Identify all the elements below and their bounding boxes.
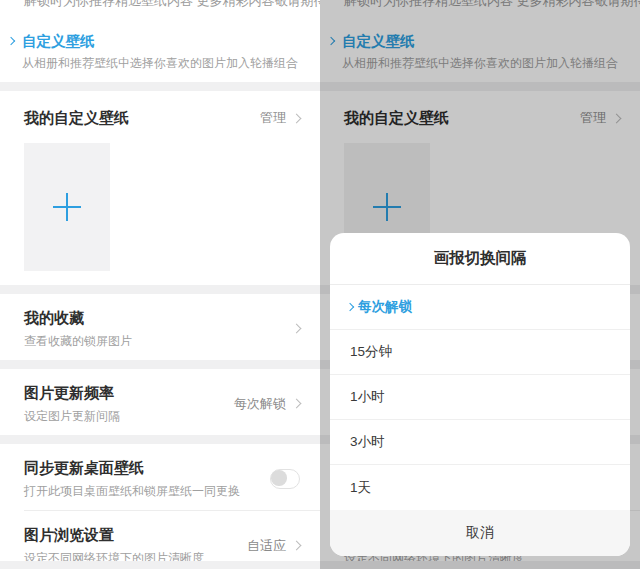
chevron-right-icon bbox=[7, 37, 15, 45]
update-frequency-row[interactable]: 图片更新频率 设定图片更新间隔 每次解锁 bbox=[0, 369, 320, 435]
favorites-row[interactable]: 我的收藏 查看收藏的锁屏图片 bbox=[0, 294, 320, 360]
dialog-option-label: 3小时 bbox=[350, 433, 385, 451]
plus-icon bbox=[53, 193, 81, 221]
update-frequency-title: 图片更新频率 bbox=[24, 382, 120, 404]
chevron-right-icon bbox=[292, 399, 302, 409]
section-divider bbox=[0, 435, 320, 444]
dialog-option[interactable]: 3小时 bbox=[330, 420, 630, 465]
custom-wallpaper-link[interactable]: 自定义壁纸 从相册和推荐壁纸中选择你喜欢的图片加入轮播组合 bbox=[0, 13, 320, 82]
update-frequency-value: 每次解锁 bbox=[234, 395, 286, 413]
manage-label: 管理 bbox=[260, 109, 286, 127]
sync-desktop-row[interactable]: 同步更新桌面壁纸 打开此项目桌面壁纸和锁屏壁纸一同更换 bbox=[0, 444, 320, 510]
section-divider bbox=[0, 360, 320, 369]
browse-settings-title: 图片浏览设置 bbox=[24, 524, 204, 546]
favorites-desc: 查看收藏的锁屏图片 bbox=[24, 332, 132, 350]
settings-panel-right-dimmed: 解锁时为你推荐精选壁纸内容 更多精彩内容敬请期待 自定义壁纸 从相册和推荐壁纸中… bbox=[320, 0, 640, 569]
chevron-right-icon bbox=[292, 541, 302, 551]
browse-settings-value: 自适应 bbox=[247, 537, 286, 555]
update-frequency-desc: 设定图片更新间隔 bbox=[24, 407, 120, 425]
favorites-title: 我的收藏 bbox=[24, 307, 132, 329]
toggle-knob bbox=[271, 470, 287, 486]
custom-wallpaper-desc: 从相册和推荐壁纸中选择你喜欢的图片加入轮播组合 bbox=[22, 54, 298, 72]
interval-dialog: 画报切换间隔 每次解锁 15分钟 1小时 3小时 1天 取消 bbox=[330, 233, 630, 556]
dialog-option[interactable]: 1小时 bbox=[330, 375, 630, 420]
my-custom-wallpaper-title: 我的自定义壁纸 bbox=[24, 107, 129, 129]
manage-button[interactable]: 管理 bbox=[260, 109, 300, 127]
dialog-option[interactable]: 1天 bbox=[330, 465, 630, 510]
dialog-option-selected[interactable]: 每次解锁 bbox=[330, 285, 630, 330]
sync-desktop-desc: 打开此项目桌面壁纸和锁屏壁纸一同更换 bbox=[24, 482, 240, 500]
chevron-right-icon bbox=[292, 324, 302, 334]
dialog-option-label: 15分钟 bbox=[350, 343, 392, 361]
dialog-option[interactable]: 15分钟 bbox=[330, 330, 630, 375]
custom-wallpaper-title: 自定义壁纸 bbox=[22, 31, 298, 51]
my-custom-wallpaper-header: 我的自定义壁纸 管理 bbox=[0, 91, 320, 129]
dialog-option-label: 1小时 bbox=[350, 388, 385, 406]
clipped-top-text: 解锁时为你推荐精选壁纸内容 更多精彩内容敬请期待 bbox=[0, 0, 320, 13]
section-divider bbox=[0, 82, 320, 91]
section-divider bbox=[0, 561, 320, 569]
section-divider bbox=[0, 285, 320, 294]
chevron-right-icon bbox=[346, 303, 354, 311]
chevron-right-icon bbox=[292, 113, 302, 123]
cancel-button[interactable]: 取消 bbox=[330, 510, 630, 556]
dialog-option-label: 1天 bbox=[350, 479, 371, 497]
settings-panel-left: 解锁时为你推荐精选壁纸内容 更多精彩内容敬请期待 自定义壁纸 从相册和推荐壁纸中… bbox=[0, 0, 320, 569]
dialog-title: 画报切换间隔 bbox=[330, 233, 630, 285]
sync-desktop-toggle-off[interactable] bbox=[270, 469, 300, 489]
dialog-option-label: 每次解锁 bbox=[358, 298, 412, 316]
sync-desktop-title: 同步更新桌面壁纸 bbox=[24, 457, 240, 479]
add-wallpaper-card[interactable] bbox=[24, 143, 110, 271]
screen: 解锁时为你推荐精选壁纸内容 更多精彩内容敬请期待 自定义壁纸 从相册和推荐壁纸中… bbox=[0, 0, 640, 569]
